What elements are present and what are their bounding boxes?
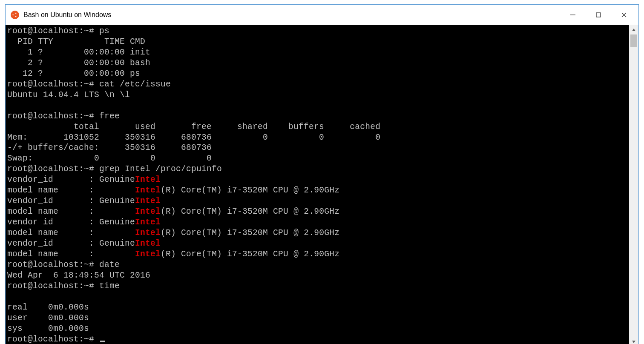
terminal-output[interactable]: root@localhost:~# ps PID TTY TIME CMD 1 …: [6, 25, 629, 344]
window: Bash on Ubuntu on Windows root@localhost…: [5, 4, 639, 344]
minimize-button[interactable]: [560, 5, 586, 25]
close-button[interactable]: [611, 5, 637, 25]
svg-point-2: [15, 16, 17, 17]
scroll-down-arrow[interactable]: [629, 337, 638, 344]
titlebar[interactable]: Bash on Ubuntu on Windows: [6, 5, 638, 25]
scrollbar[interactable]: [629, 25, 638, 344]
maximize-button[interactable]: [586, 5, 611, 25]
scroll-track[interactable]: [629, 34, 638, 337]
svg-point-1: [15, 12, 17, 14]
svg-rect-4: [596, 13, 601, 17]
ubuntu-icon: [11, 11, 19, 19]
svg-point-0: [12, 14, 14, 15]
scroll-thumb[interactable]: [630, 34, 637, 47]
window-controls: [560, 5, 637, 25]
terminal-wrapper: root@localhost:~# ps PID TTY TIME CMD 1 …: [6, 25, 638, 344]
window-title: Bash on Ubuntu on Windows: [23, 11, 560, 19]
scroll-up-arrow[interactable]: [629, 25, 638, 34]
